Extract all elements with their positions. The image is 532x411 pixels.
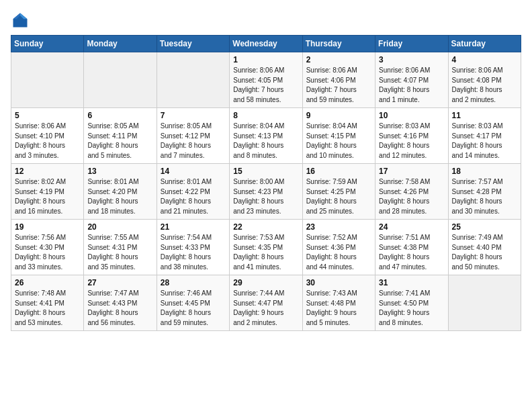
calendar-cell bbox=[84, 52, 157, 108]
calendar-cell bbox=[11, 52, 84, 108]
day-number: 7 bbox=[161, 111, 226, 120]
day-number: 27 bbox=[87, 278, 152, 287]
calendar-week-row: 26Sunrise: 7:48 AM Sunset: 4:41 PM Dayli… bbox=[11, 275, 521, 331]
day-info: Sunrise: 8:06 AM Sunset: 4:08 PM Dayligh… bbox=[452, 66, 517, 105]
logo-icon bbox=[11, 11, 30, 30]
day-info: Sunrise: 8:05 AM Sunset: 4:11 PM Dayligh… bbox=[87, 122, 152, 161]
day-number: 6 bbox=[87, 111, 152, 120]
day-info: Sunrise: 7:43 AM Sunset: 4:48 PM Dayligh… bbox=[306, 289, 371, 328]
day-number: 21 bbox=[161, 222, 226, 232]
calendar-body: 1Sunrise: 8:06 AM Sunset: 4:05 PM Daylig… bbox=[11, 52, 521, 331]
calendar-cell: 11Sunrise: 8:03 AM Sunset: 4:17 PM Dayli… bbox=[448, 108, 521, 164]
day-number: 18 bbox=[452, 167, 517, 176]
calendar-week-row: 5Sunrise: 8:06 AM Sunset: 4:10 PM Daylig… bbox=[11, 108, 521, 164]
calendar-table: SundayMondayTuesdayWednesdayThursdayFrid… bbox=[11, 35, 521, 331]
logo bbox=[11, 11, 32, 30]
day-number: 29 bbox=[233, 278, 298, 287]
day-number: 11 bbox=[452, 111, 517, 120]
day-info: Sunrise: 8:05 AM Sunset: 4:12 PM Dayligh… bbox=[161, 122, 226, 161]
day-info: Sunrise: 7:49 AM Sunset: 4:40 PM Dayligh… bbox=[452, 233, 517, 272]
day-number: 8 bbox=[233, 111, 298, 120]
day-number: 20 bbox=[87, 222, 152, 232]
day-info: Sunrise: 7:52 AM Sunset: 4:36 PM Dayligh… bbox=[306, 233, 371, 272]
calendar-week-row: 19Sunrise: 7:56 AM Sunset: 4:30 PM Dayli… bbox=[11, 220, 521, 275]
calendar-cell: 22Sunrise: 7:53 AM Sunset: 4:35 PM Dayli… bbox=[230, 220, 302, 275]
calendar-cell: 2Sunrise: 8:06 AM Sunset: 4:06 PM Daylig… bbox=[302, 52, 375, 108]
calendar-cell: 30Sunrise: 7:43 AM Sunset: 4:48 PM Dayli… bbox=[302, 275, 375, 331]
calendar-cell: 14Sunrise: 8:01 AM Sunset: 4:22 PM Dayli… bbox=[157, 164, 229, 220]
day-info: Sunrise: 7:55 AM Sunset: 4:31 PM Dayligh… bbox=[87, 233, 152, 272]
day-number: 13 bbox=[87, 167, 152, 176]
day-info: Sunrise: 8:06 AM Sunset: 4:06 PM Dayligh… bbox=[306, 66, 371, 105]
day-number: 9 bbox=[306, 111, 371, 120]
day-number: 23 bbox=[306, 222, 371, 232]
calendar-cell: 12Sunrise: 8:02 AM Sunset: 4:19 PM Dayli… bbox=[11, 164, 84, 220]
calendar-cell: 19Sunrise: 7:56 AM Sunset: 4:30 PM Dayli… bbox=[11, 220, 84, 275]
weekday-header: Saturday bbox=[448, 36, 521, 52]
day-number: 30 bbox=[306, 278, 371, 287]
day-number: 16 bbox=[306, 167, 371, 176]
weekday-header: Tuesday bbox=[157, 36, 229, 52]
day-number: 1 bbox=[233, 55, 298, 64]
calendar-cell: 3Sunrise: 8:06 AM Sunset: 4:07 PM Daylig… bbox=[375, 52, 448, 108]
calendar-week-row: 12Sunrise: 8:02 AM Sunset: 4:19 PM Dayli… bbox=[11, 164, 521, 220]
day-number: 19 bbox=[15, 222, 80, 232]
day-number: 24 bbox=[379, 222, 444, 232]
calendar-cell: 24Sunrise: 7:51 AM Sunset: 4:38 PM Dayli… bbox=[375, 220, 448, 275]
calendar-cell: 5Sunrise: 8:06 AM Sunset: 4:10 PM Daylig… bbox=[11, 108, 84, 164]
weekday-header: Thursday bbox=[302, 36, 375, 52]
calendar-cell: 8Sunrise: 8:04 AM Sunset: 4:13 PM Daylig… bbox=[230, 108, 302, 164]
calendar-cell: 7Sunrise: 8:05 AM Sunset: 4:12 PM Daylig… bbox=[157, 108, 229, 164]
calendar-cell: 31Sunrise: 7:41 AM Sunset: 4:50 PM Dayli… bbox=[375, 275, 448, 331]
day-info: Sunrise: 7:41 AM Sunset: 4:50 PM Dayligh… bbox=[379, 289, 444, 328]
calendar-cell: 29Sunrise: 7:44 AM Sunset: 4:47 PM Dayli… bbox=[230, 275, 302, 331]
day-number: 17 bbox=[379, 167, 444, 176]
calendar-cell bbox=[448, 275, 521, 331]
day-number: 4 bbox=[452, 55, 517, 64]
day-info: Sunrise: 7:59 AM Sunset: 4:25 PM Dayligh… bbox=[306, 177, 371, 216]
calendar-cell: 6Sunrise: 8:05 AM Sunset: 4:11 PM Daylig… bbox=[84, 108, 157, 164]
day-info: Sunrise: 7:44 AM Sunset: 4:47 PM Dayligh… bbox=[233, 289, 298, 328]
day-number: 26 bbox=[15, 278, 80, 287]
day-number: 10 bbox=[379, 111, 444, 120]
day-info: Sunrise: 8:06 AM Sunset: 4:07 PM Dayligh… bbox=[379, 66, 444, 105]
calendar-cell: 13Sunrise: 8:01 AM Sunset: 4:20 PM Dayli… bbox=[84, 164, 157, 220]
day-number: 2 bbox=[306, 55, 371, 64]
day-info: Sunrise: 8:03 AM Sunset: 4:17 PM Dayligh… bbox=[452, 122, 517, 161]
calendar-cell: 9Sunrise: 8:04 AM Sunset: 4:15 PM Daylig… bbox=[302, 108, 375, 164]
day-info: Sunrise: 7:54 AM Sunset: 4:33 PM Dayligh… bbox=[161, 233, 226, 272]
calendar-cell bbox=[157, 52, 229, 108]
day-number: 3 bbox=[379, 55, 444, 64]
day-info: Sunrise: 8:00 AM Sunset: 4:23 PM Dayligh… bbox=[233, 177, 298, 216]
weekday-header: Wednesday bbox=[230, 36, 302, 52]
calendar-cell: 25Sunrise: 7:49 AM Sunset: 4:40 PM Dayli… bbox=[448, 220, 521, 275]
calendar-cell: 10Sunrise: 8:03 AM Sunset: 4:16 PM Dayli… bbox=[375, 108, 448, 164]
day-number: 12 bbox=[15, 167, 80, 176]
calendar-cell: 23Sunrise: 7:52 AM Sunset: 4:36 PM Dayli… bbox=[302, 220, 375, 275]
day-info: Sunrise: 7:48 AM Sunset: 4:41 PM Dayligh… bbox=[15, 289, 80, 328]
calendar-cell: 28Sunrise: 7:46 AM Sunset: 4:45 PM Dayli… bbox=[157, 275, 229, 331]
calendar-cell: 4Sunrise: 8:06 AM Sunset: 4:08 PM Daylig… bbox=[448, 52, 521, 108]
calendar-header: SundayMondayTuesdayWednesdayThursdayFrid… bbox=[11, 36, 521, 52]
day-info: Sunrise: 8:04 AM Sunset: 4:13 PM Dayligh… bbox=[233, 122, 298, 161]
calendar-cell: 20Sunrise: 7:55 AM Sunset: 4:31 PM Dayli… bbox=[84, 220, 157, 275]
day-info: Sunrise: 8:04 AM Sunset: 4:15 PM Dayligh… bbox=[306, 122, 371, 161]
day-info: Sunrise: 8:06 AM Sunset: 4:10 PM Dayligh… bbox=[15, 122, 80, 161]
weekday-header: Sunday bbox=[11, 36, 84, 52]
calendar-cell: 21Sunrise: 7:54 AM Sunset: 4:33 PM Dayli… bbox=[157, 220, 229, 275]
day-info: Sunrise: 8:06 AM Sunset: 4:05 PM Dayligh… bbox=[233, 66, 298, 105]
day-info: Sunrise: 8:01 AM Sunset: 4:22 PM Dayligh… bbox=[161, 177, 226, 216]
day-info: Sunrise: 8:02 AM Sunset: 4:19 PM Dayligh… bbox=[15, 177, 80, 216]
calendar-cell: 16Sunrise: 7:59 AM Sunset: 4:25 PM Dayli… bbox=[302, 164, 375, 220]
page-header bbox=[11, 11, 521, 30]
day-info: Sunrise: 7:57 AM Sunset: 4:28 PM Dayligh… bbox=[452, 177, 517, 216]
day-info: Sunrise: 7:51 AM Sunset: 4:38 PM Dayligh… bbox=[379, 233, 444, 272]
calendar-cell: 1Sunrise: 8:06 AM Sunset: 4:05 PM Daylig… bbox=[230, 52, 302, 108]
day-number: 14 bbox=[161, 167, 226, 176]
day-number: 22 bbox=[233, 222, 298, 232]
day-info: Sunrise: 7:46 AM Sunset: 4:45 PM Dayligh… bbox=[161, 289, 226, 328]
day-number: 25 bbox=[452, 222, 517, 232]
day-number: 28 bbox=[161, 278, 226, 287]
calendar-cell: 18Sunrise: 7:57 AM Sunset: 4:28 PM Dayli… bbox=[448, 164, 521, 220]
day-number: 31 bbox=[379, 278, 444, 287]
